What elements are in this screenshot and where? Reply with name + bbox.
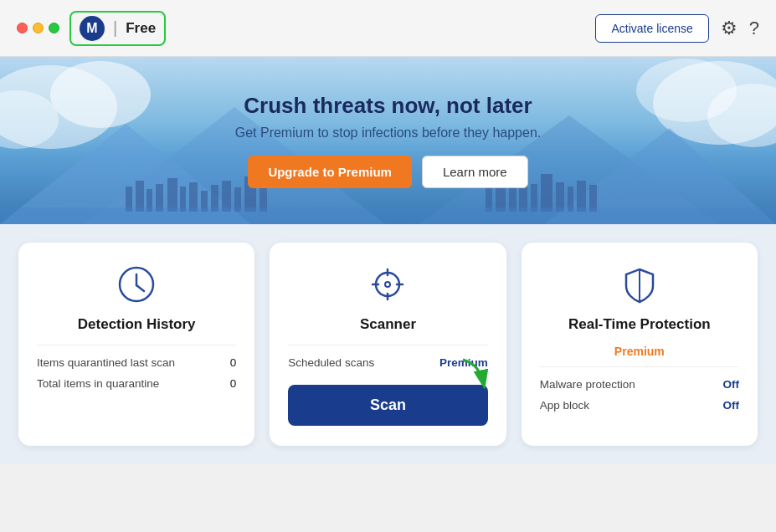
scan-button-area: Scan [288,385,487,426]
svg-rect-16 [189,182,198,212]
svg-point-2 [0,90,59,149]
svg-rect-25 [509,187,516,212]
cards-section: Detection History Items quarantined last… [0,224,776,464]
svg-rect-29 [556,182,564,212]
scan-button[interactable]: Scan [288,385,487,426]
svg-marker-6 [0,124,251,224]
svg-marker-9 [544,128,776,224]
banner-background [0,57,776,224]
arrow-indicator [455,356,496,389]
logo-divider: | [113,18,117,38]
close-button[interactable] [17,23,28,33]
traffic-lights [17,23,59,33]
svg-rect-30 [568,187,573,212]
svg-rect-17 [201,191,208,212]
logo-icon: M [80,16,105,41]
table-row: Malware protection Off [540,374,739,395]
malware-protection-label: Malware protection [540,378,635,391]
app-block-label: App block [540,399,589,412]
settings-button[interactable]: ⚙ [721,18,737,39]
quarantined-last-scan-label: Items quarantined last scan [37,356,175,369]
quarantined-last-scan-value: 0 [230,356,237,369]
detection-history-title: Detection History [37,316,236,333]
svg-rect-15 [180,187,186,212]
svg-rect-18 [211,185,218,212]
total-quarantine-value: 0 [230,377,237,390]
svg-point-3 [653,61,776,145]
protection-icon-area [540,263,739,306]
svg-point-0 [0,65,117,149]
table-row: Items quarantined last scan 0 [37,352,236,373]
detection-rows: Items quarantined last scan 0 Total item… [37,345,236,394]
protection-premium-label: Premium [540,345,739,358]
svg-rect-10 [126,187,132,212]
detection-history-icon-area [37,263,236,306]
svg-rect-11 [136,181,144,212]
title-bar-right: Activate license ⚙ ? [595,14,759,43]
svg-rect-31 [577,181,586,212]
realtime-protection-card: Real-Time Protection Premium Malware pro… [522,243,758,446]
svg-rect-28 [541,174,552,212]
scanner-icon-area [288,263,487,306]
maximize-button[interactable] [49,23,59,33]
svg-point-4 [707,84,776,147]
svg-rect-13 [156,184,163,212]
svg-line-36 [136,285,144,291]
svg-point-5 [636,59,737,122]
svg-rect-33 [0,207,776,224]
minimize-button[interactable] [33,23,44,33]
learn-more-button[interactable]: Learn more [422,156,528,188]
upgrade-to-premium-button[interactable]: Upgrade to Premium [248,156,412,188]
clock-icon [115,263,158,306]
protection-title: Real-Time Protection [540,316,739,333]
banner-title: Crush threats now, not later [244,93,532,119]
svg-rect-32 [589,185,597,212]
svg-rect-20 [234,187,241,212]
app-tier-label: Free [126,20,156,37]
banner-subtitle: Get Premium to stop infections before th… [235,125,542,141]
scheduled-scans-label: Scheduled scans [288,356,374,369]
title-bar-left: M | Free [17,11,166,46]
banner-buttons: Upgrade to Premium Learn more [248,156,527,188]
table-row: App block Off [540,395,739,416]
scanner-title: Scanner [288,316,487,333]
help-button[interactable]: ? [749,18,759,39]
logo-area: M | Free [69,11,166,46]
detection-history-card: Detection History Items quarantined last… [18,243,254,446]
title-bar: M | Free Activate license ⚙ ? [0,0,776,57]
scanner-card: Scanner Scheduled scans Premium Scan [270,243,506,446]
crosshair-icon [366,263,409,306]
protection-rows: Malware protection Off App block Off [540,366,739,416]
total-quarantine-label: Total items in quarantine [37,377,159,390]
svg-point-1 [50,61,151,128]
gear-icon: ⚙ [721,18,737,39]
table-row: Total items in quarantine 0 [37,373,236,394]
malware-protection-value: Off [722,378,739,391]
app-block-value: Off [722,399,739,412]
banner: Crush threats now, not later Get Premium… [0,57,776,224]
shield-icon [618,263,661,306]
activate-license-button[interactable]: Activate license [595,14,708,43]
svg-point-38 [385,282,390,287]
svg-rect-27 [531,184,537,212]
svg-rect-19 [222,181,231,212]
help-icon: ? [749,18,759,39]
svg-rect-14 [167,178,177,212]
svg-rect-12 [146,189,152,212]
